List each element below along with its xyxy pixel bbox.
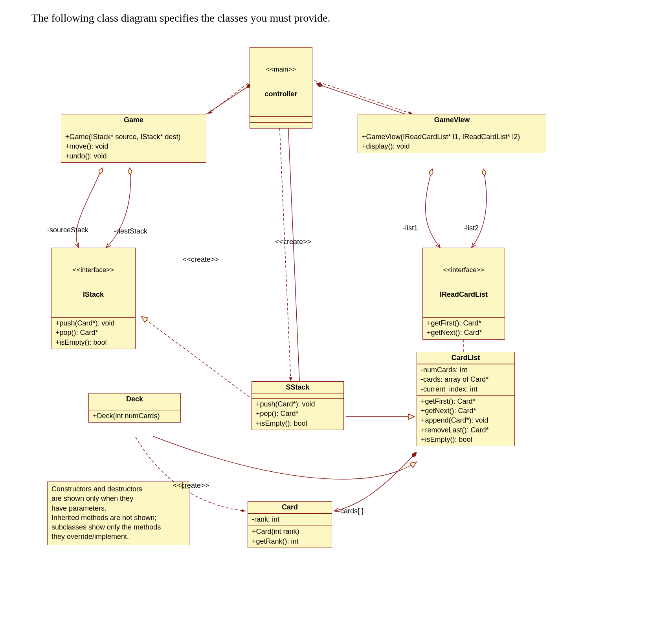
sstack-name: SStack — [252, 382, 343, 393]
card-attrs: -rank: int — [248, 513, 332, 526]
label-create-sstack2: <<create>> — [275, 238, 311, 246]
label-sourcestack: -sourceStack — [47, 226, 88, 234]
class-card: Card -rank: int +Card(int rank) +getRank… — [248, 501, 332, 548]
label-list1: -list1 — [403, 224, 418, 232]
gameview-name: GameView — [358, 114, 546, 126]
controller-stereo: <<main>> — [254, 66, 308, 74]
caption: The following class diagram specifies th… — [31, 12, 330, 24]
card-ops: +Card(int rank) +getRank(): int — [248, 526, 332, 548]
ireadcardlist-ops: +getFirst(): Card* +getNext(): Card* — [423, 317, 505, 339]
cardlist-name: CardList — [417, 352, 514, 364]
note-text: Constructors and destructors are shown o… — [51, 484, 185, 542]
class-game: Game +Game(IStack* source, IStack* dest)… — [61, 114, 206, 163]
cardlist-attrs: -numCards: int -cards: array of Card* -c… — [417, 364, 514, 395]
controller-name: controller — [254, 90, 308, 98]
istack-stereo: <<interface>> — [55, 266, 131, 274]
label-create-card: <<create>> — [173, 482, 209, 490]
class-istack: <<interface>> IStack +push(Card*): void … — [51, 248, 136, 349]
class-ireadcardlist: <<interface>> IReadCardList +getFirst():… — [422, 248, 505, 340]
card-name: Card — [248, 502, 332, 513]
deck-name: Deck — [89, 393, 180, 405]
label-deststack: -destStack — [114, 227, 147, 235]
game-ops: +Game(IStack* source, IStack* dest) +mov… — [61, 131, 206, 162]
label-create-sstack: <<create>> — [183, 256, 219, 264]
label-list2: -list2 — [464, 224, 479, 232]
note: Constructors and destructors are shown o… — [47, 482, 189, 545]
ireadcardlist-stereo: <<interface>> — [427, 266, 501, 274]
class-deck: Deck +Deck(int numCards) — [88, 393, 181, 423]
ireadcardlist-name: IReadCardList — [427, 290, 501, 299]
class-gameview: GameView +GameView(IReadCardList* l1, IR… — [358, 114, 546, 153]
class-controller: <<main>> controller — [250, 47, 312, 129]
gameview-ops: +GameView(IReadCardList* l1, IReadCardLi… — [358, 131, 546, 153]
class-cardlist: CardList -numCards: int -cards: array of… — [417, 352, 515, 446]
cardlist-ops: +getFirst(): Card* +getNext(): Card* +ap… — [417, 395, 514, 446]
label-cards: -cards[ ] — [338, 507, 364, 515]
game-name: Game — [61, 114, 206, 126]
diagram-canvas: The following class diagram specifies th… — [0, 0, 672, 625]
deck-ops: +Deck(int numCards) — [89, 410, 180, 422]
class-sstack: SStack +push(Card*): void +pop(): Card* … — [252, 381, 344, 430]
sstack-ops: +push(Card*): void +pop(): Card* +isEmpt… — [252, 398, 343, 430]
istack-name: IStack — [55, 290, 131, 299]
istack-ops: +push(Card*): void +pop(): Card* +isEmpt… — [51, 317, 135, 349]
